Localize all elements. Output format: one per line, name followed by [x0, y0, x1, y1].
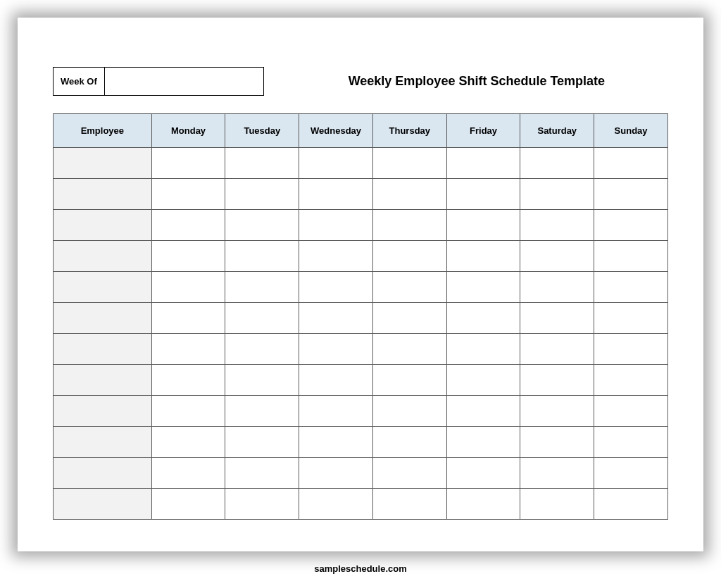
- column-header-saturday: Saturday: [520, 114, 594, 148]
- shift-cell: [520, 427, 594, 458]
- shift-cell: [299, 210, 373, 241]
- employee-cell: [54, 396, 152, 427]
- shift-cell: [225, 365, 299, 396]
- employee-cell: [54, 148, 152, 179]
- shift-cell: [151, 458, 225, 489]
- shift-cell: [594, 179, 668, 210]
- shift-cell: [520, 334, 594, 365]
- shift-cell: [446, 272, 520, 303]
- shift-cell: [594, 458, 668, 489]
- shift-cell: [299, 427, 373, 458]
- shift-cell: [594, 272, 668, 303]
- shift-cell: [520, 489, 594, 520]
- employee-cell: [54, 427, 152, 458]
- shift-cell: [151, 241, 225, 272]
- employee-cell: [54, 241, 152, 272]
- shift-cell: [594, 396, 668, 427]
- shift-cell: [299, 365, 373, 396]
- shift-cell: [225, 489, 299, 520]
- shift-cell: [520, 179, 594, 210]
- table-header-row: Employee Monday Tuesday Wednesday Thursd…: [54, 114, 668, 148]
- column-header-tuesday: Tuesday: [225, 114, 299, 148]
- shift-cell: [225, 303, 299, 334]
- footer-text: sampleschedule.com: [0, 563, 721, 574]
- shift-cell: [372, 489, 446, 520]
- table-row: [54, 365, 668, 396]
- shift-cell: [372, 427, 446, 458]
- column-header-friday: Friday: [446, 114, 520, 148]
- shift-cell: [372, 272, 446, 303]
- shift-cell: [225, 334, 299, 365]
- shift-cell: [446, 241, 520, 272]
- column-header-wednesday: Wednesday: [299, 114, 373, 148]
- employee-cell: [54, 272, 152, 303]
- table-row: [54, 489, 668, 520]
- shift-cell: [372, 458, 446, 489]
- document-page: Week Of Weekly Employee Shift Schedule T…: [18, 18, 703, 551]
- column-header-thursday: Thursday: [372, 114, 446, 148]
- shift-cell: [594, 334, 668, 365]
- shift-cell: [225, 148, 299, 179]
- shift-cell: [446, 303, 520, 334]
- shift-cell: [151, 427, 225, 458]
- shift-cell: [299, 148, 373, 179]
- shift-cell: [225, 272, 299, 303]
- shift-cell: [594, 210, 668, 241]
- shift-cell: [372, 179, 446, 210]
- shift-cell: [446, 148, 520, 179]
- shift-cell: [372, 210, 446, 241]
- shift-cell: [299, 458, 373, 489]
- shift-cell: [594, 303, 668, 334]
- shift-cell: [299, 272, 373, 303]
- shift-cell: [520, 458, 594, 489]
- page-title: Weekly Employee Shift Schedule Template: [285, 74, 668, 89]
- shift-cell: [151, 210, 225, 241]
- employee-cell: [54, 489, 152, 520]
- table-row: [54, 458, 668, 489]
- shift-cell: [594, 427, 668, 458]
- shift-cell: [520, 365, 594, 396]
- shift-cell: [520, 148, 594, 179]
- shift-cell: [151, 303, 225, 334]
- shift-cell: [225, 396, 299, 427]
- table-row: [54, 334, 668, 365]
- shift-cell: [151, 396, 225, 427]
- table-row: [54, 241, 668, 272]
- shift-cell: [299, 489, 373, 520]
- shift-cell: [299, 396, 373, 427]
- shift-cell: [520, 241, 594, 272]
- week-of-box: Week Of: [53, 67, 264, 96]
- column-header-employee: Employee: [54, 114, 152, 148]
- table-row: [54, 303, 668, 334]
- shift-cell: [225, 179, 299, 210]
- shift-cell: [446, 334, 520, 365]
- shift-cell: [151, 365, 225, 396]
- shift-cell: [151, 148, 225, 179]
- column-header-monday: Monday: [151, 114, 225, 148]
- shift-cell: [225, 241, 299, 272]
- table-row: [54, 396, 668, 427]
- shift-cell: [372, 303, 446, 334]
- schedule-table: Employee Monday Tuesday Wednesday Thursd…: [53, 113, 668, 520]
- shift-cell: [151, 179, 225, 210]
- week-of-value: [105, 68, 263, 95]
- shift-cell: [520, 210, 594, 241]
- employee-cell: [54, 458, 152, 489]
- shift-cell: [299, 303, 373, 334]
- table-row: [54, 272, 668, 303]
- shift-cell: [520, 303, 594, 334]
- table-row: [54, 179, 668, 210]
- shift-cell: [372, 241, 446, 272]
- shift-cell: [225, 458, 299, 489]
- employee-cell: [54, 365, 152, 396]
- employee-cell: [54, 334, 152, 365]
- shift-cell: [594, 489, 668, 520]
- shift-cell: [520, 396, 594, 427]
- shift-cell: [372, 148, 446, 179]
- shift-cell: [594, 241, 668, 272]
- shift-cell: [151, 272, 225, 303]
- shift-cell: [446, 427, 520, 458]
- header-row: Week Of Weekly Employee Shift Schedule T…: [53, 67, 668, 96]
- shift-cell: [299, 179, 373, 210]
- shift-cell: [151, 489, 225, 520]
